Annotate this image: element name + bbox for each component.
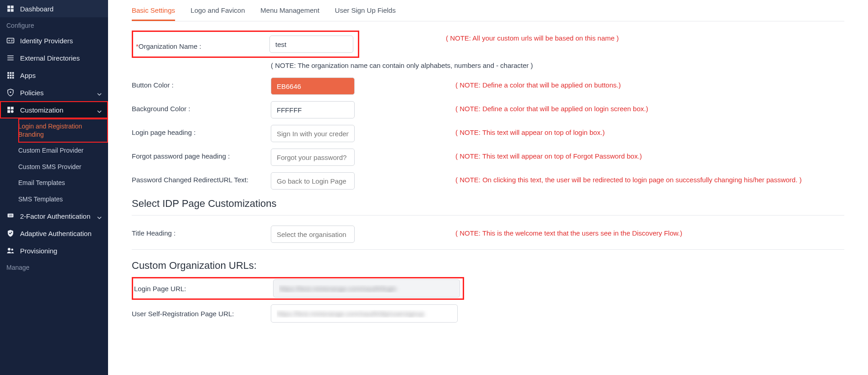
- title-heading-note: ( NOTE: This is the welcome text that th…: [355, 226, 844, 238]
- tab-basic-settings[interactable]: Basic Settings: [132, 0, 175, 21]
- grid-icon: [6, 71, 15, 79]
- sidebar-item-2fa[interactable]: 123 2-Factor Authentication: [0, 207, 108, 225]
- row-title-heading: Title Heading : ( NOTE: This is the welc…: [132, 226, 844, 243]
- org-name-note: ( NOTE: All your custom urls will be bas…: [359, 31, 844, 43]
- divider: [132, 215, 844, 216]
- sidebar-item-external-directories[interactable]: External Directories: [0, 49, 108, 67]
- sidebar-label: Policies: [20, 89, 92, 97]
- svg-rect-7: [11, 41, 13, 41]
- users-icon: [6, 247, 15, 255]
- login-url-input[interactable]: [273, 279, 460, 298]
- bg-color-note: ( NOTE: Define a color that will be appl…: [355, 101, 844, 114]
- login-heading-note: ( NOTE: This text will appear on top of …: [355, 125, 844, 138]
- svg-rect-6: [11, 40, 13, 41]
- svg-rect-8: [7, 56, 14, 57]
- login-url-highlight-box: Login Page URL:: [132, 277, 464, 300]
- row-button-color: Button Color : ( NOTE: Define a color th…: [132, 77, 844, 95]
- idp-section-title: Select IDP Page Customizations: [132, 198, 844, 210]
- svg-rect-1: [11, 5, 14, 8]
- sidebar: Dashboard Configure Identity Providers E…: [0, 0, 108, 375]
- shield-icon: [6, 88, 15, 97]
- login-heading-input[interactable]: [271, 125, 355, 142]
- svg-rect-16: [12, 75, 14, 77]
- chevron-down-icon: [97, 108, 102, 112]
- forgot-heading-label: Forgot password page heading :: [132, 149, 271, 160]
- svg-point-27: [8, 248, 10, 251]
- dashboard-icon: [6, 5, 15, 13]
- title-heading-input[interactable]: [271, 226, 355, 243]
- svg-rect-17: [7, 77, 9, 79]
- svg-rect-10: [7, 60, 14, 61]
- sidebar-customization-submenu: Login and Registration Branding Custom E…: [0, 118, 108, 207]
- sidebar-label: Apps: [20, 72, 102, 79]
- org-name-subnote: ( NOTE: The organization name can contai…: [271, 62, 844, 69]
- self-reg-label: User Self-Registration Page URL:: [132, 310, 271, 318]
- list-icon: [6, 54, 15, 62]
- sidebar-label: External Directories: [20, 54, 102, 62]
- forgot-heading-note: ( NOTE: This text will appear on top of …: [355, 149, 844, 161]
- bg-color-input[interactable]: [271, 101, 355, 118]
- tab-logo-favicon[interactable]: Logo and Favicon: [191, 0, 245, 21]
- id-card-icon: [6, 36, 15, 45]
- sidebar-item-provisioning[interactable]: Provisioning: [0, 242, 108, 259]
- sidebar-sub-login-branding[interactable]: Login and Registration Branding: [18, 118, 108, 143]
- main-content: Basic Settings Logo and Favicon Menu Man…: [108, 0, 868, 375]
- sidebar-item-adaptive-auth[interactable]: Adaptive Authentication: [0, 225, 108, 242]
- sidebar-label: Custom SMS Provider: [18, 163, 102, 171]
- shield-check-icon: [6, 229, 15, 237]
- sidebar-label: 2-Factor Authentication: [20, 212, 92, 220]
- sidebar-label: Provisioning: [20, 247, 102, 255]
- sidebar-label: Identity Providers: [20, 37, 102, 45]
- divider: [132, 249, 844, 250]
- svg-rect-18: [10, 77, 12, 79]
- self-reg-url-input[interactable]: [271, 304, 458, 323]
- sidebar-item-customization[interactable]: Customization: [0, 101, 108, 118]
- svg-text:123: 123: [9, 215, 12, 217]
- sidebar-item-policies[interactable]: Policies: [0, 84, 108, 101]
- pwd-redirect-input[interactable]: [271, 172, 355, 190]
- svg-rect-21: [7, 107, 10, 109]
- sidebar-label: Adaptive Authentication: [20, 230, 102, 237]
- svg-point-28: [11, 249, 14, 251]
- svg-rect-9: [7, 57, 14, 58]
- svg-rect-13: [12, 72, 14, 74]
- badge-123-icon: 123: [6, 212, 15, 220]
- sidebar-section-configure: Configure: [0, 17, 108, 32]
- org-name-input[interactable]: [269, 36, 353, 53]
- button-color-input[interactable]: [271, 77, 355, 95]
- tab-user-signup-fields[interactable]: User Sign Up Fields: [335, 0, 396, 21]
- row-self-reg-url: User Self-Registration Page URL:: [132, 304, 844, 323]
- sidebar-sub-email-provider[interactable]: Custom Email Provider: [18, 143, 108, 159]
- chevron-down-icon: [97, 90, 102, 95]
- svg-rect-22: [11, 107, 14, 109]
- sidebar-item-dashboard[interactable]: Dashboard: [0, 0, 108, 17]
- svg-rect-11: [7, 72, 9, 74]
- sidebar-item-identity-providers[interactable]: Identity Providers: [0, 32, 108, 49]
- login-url-label: Login Page URL:: [134, 285, 273, 293]
- forgot-heading-input[interactable]: [271, 149, 355, 166]
- urls-section-title: Custom Organization URLs:: [132, 260, 844, 272]
- sidebar-section-manage: Manage: [0, 259, 108, 274]
- row-forgot-heading: Forgot password page heading : ( NOTE: T…: [132, 149, 844, 166]
- sidebar-sub-email-templates[interactable]: Email Templates: [18, 175, 108, 191]
- sidebar-label: Dashboard: [20, 5, 102, 13]
- row-pwd-redirect: Password Changed RedirectURL Text: ( NOT…: [132, 172, 844, 190]
- sidebar-sub-sms-templates[interactable]: SMS Templates: [18, 191, 108, 208]
- login-heading-label: Login page heading :: [132, 125, 271, 136]
- chevron-down-icon: [97, 214, 102, 218]
- bg-color-label: Background Color :: [132, 101, 271, 113]
- svg-rect-19: [12, 77, 14, 79]
- puzzle-icon: [6, 106, 15, 114]
- sidebar-sub-sms-provider[interactable]: Custom SMS Provider: [18, 159, 108, 175]
- svg-point-24: [11, 110, 14, 113]
- sidebar-item-apps[interactable]: Apps: [0, 67, 108, 84]
- svg-point-5: [9, 40, 10, 41]
- sidebar-label: Customization: [20, 106, 92, 114]
- row-login-heading: Login page heading : ( NOTE: This text w…: [132, 125, 844, 142]
- svg-rect-0: [7, 5, 10, 8]
- svg-rect-3: [11, 9, 14, 12]
- pwd-redirect-note: ( NOTE: On clicking this text, the user …: [355, 172, 844, 185]
- row-bg-color: Background Color : ( NOTE: Define a colo…: [132, 101, 844, 118]
- tab-menu-management[interactable]: Menu Management: [260, 0, 319, 21]
- svg-rect-4: [7, 38, 14, 43]
